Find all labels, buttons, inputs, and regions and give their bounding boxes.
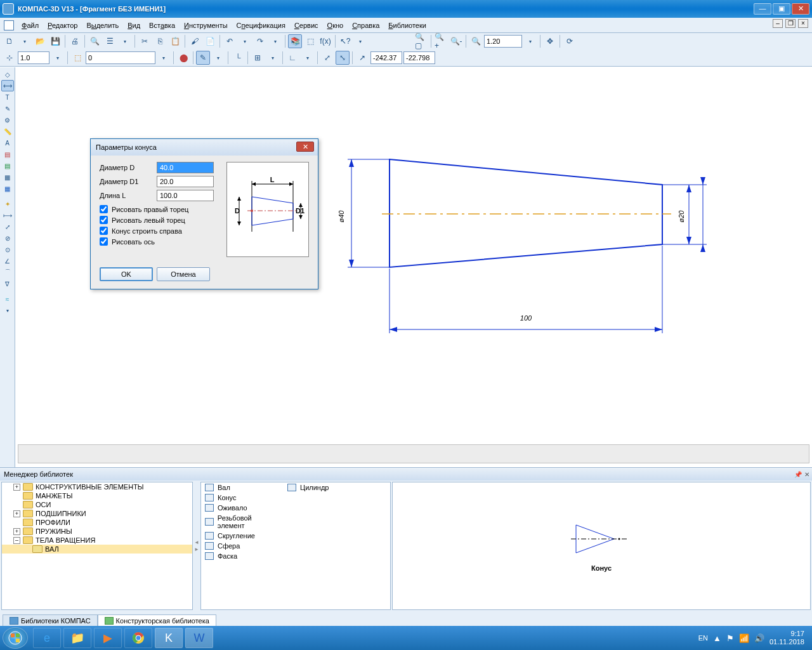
wave-dropdown[interactable] [1, 305, 14, 316]
snap-mode-button[interactable]: ⤡ [336, 51, 350, 65]
libmgr-close[interactable]: ✕ [804, 471, 809, 478]
list-item[interactable]: Резьбовой элемент [201, 513, 284, 531]
expander-icon[interactable]: + [13, 510, 20, 517]
input-diam-d1[interactable] [157, 176, 214, 187]
expander-icon[interactable]: + [13, 484, 20, 491]
mdi-restore[interactable]: ❐ [785, 19, 796, 28]
list-item[interactable]: Фаска [201, 551, 284, 561]
props-dropdown[interactable] [118, 34, 132, 48]
tab-kompas-libs[interactable]: Библиотеки КОМПАС [3, 614, 98, 627]
properties2-button[interactable]: 📄 [203, 34, 217, 48]
new-dropdown[interactable] [18, 34, 32, 48]
tree-item-val[interactable]: ВАЛ [2, 545, 192, 554]
refresh-button[interactable]: ⟳ [563, 34, 577, 48]
diameter-dim-tool[interactable]: ⊘ [1, 232, 14, 244]
list-item[interactable]: Конус [201, 493, 284, 503]
undo-button[interactable]: ↶ [223, 34, 237, 48]
preview-button[interactable]: 🔍 [88, 34, 102, 48]
annotations-tool[interactable]: T [1, 91, 14, 103]
list-item[interactable]: Цилиндр [284, 482, 366, 493]
open-button[interactable]: 📂 [33, 34, 47, 48]
geometry-tool[interactable]: ◇ [1, 69, 14, 80]
menu-insert[interactable]: Вставка [145, 20, 179, 31]
copy-button[interactable]: ⎘ [153, 34, 167, 48]
tray-lang[interactable]: EN [698, 634, 708, 642]
cs-dropdown[interactable] [301, 51, 315, 65]
check-draw-axis[interactable]: Рисовать ось [100, 237, 221, 246]
input-diam-d[interactable] [157, 162, 214, 173]
libmgr-tree[interactable]: +КОНСТРУКТИВНЫЕ ЭЛЕМЕНТЫ МАНЖЕТЫ ОСИ +ПО… [1, 482, 193, 610]
task-word[interactable]: W [185, 628, 213, 648]
layers-button[interactable]: ⬚ [70, 51, 84, 65]
tray-up-icon[interactable]: ▲ [713, 633, 721, 643]
dialog-close-button[interactable]: ✕ [296, 142, 314, 152]
task-kompas[interactable]: K [155, 628, 183, 648]
cut-button[interactable]: ✂ [138, 34, 152, 48]
variables-button[interactable]: ⬚ [303, 34, 317, 48]
zoom-out-button[interactable]: 🔍- [449, 34, 463, 48]
library-manager-button[interactable]: 📚 [288, 34, 302, 48]
list-item[interactable]: Скругление [201, 531, 284, 541]
tray-flag-icon[interactable]: ⚑ [726, 633, 734, 643]
libmgr-list[interactable]: Вал Конус Оживало Резьбовой элемент Скру… [200, 482, 391, 610]
mdi-close[interactable]: × [798, 19, 808, 28]
snap-dropdown[interactable] [211, 51, 225, 65]
grid-button[interactable]: ⊞ [251, 51, 265, 65]
help-button[interactable]: ↖? [338, 34, 352, 48]
grid-origin-button[interactable]: ⊹ [3, 51, 16, 65]
coord-y-input[interactable] [403, 51, 435, 64]
libmgr-pin[interactable]: 📌 [794, 471, 802, 478]
new-button[interactable]: 🗋 [3, 34, 16, 48]
scale-dropdown[interactable] [51, 51, 65, 65]
start-button[interactable] [3, 627, 28, 649]
menu-file[interactable]: Файл [18, 20, 43, 31]
select-tool[interactable]: A [1, 137, 14, 149]
save-button[interactable]: 💾 [48, 34, 62, 48]
list-item[interactable]: Вал [201, 482, 284, 493]
scale-input[interactable] [18, 51, 49, 64]
tray-volume-icon[interactable]: 🔊 [754, 633, 764, 643]
copy-props-button[interactable]: 🖌 [188, 34, 202, 48]
check-right-face[interactable]: Рисовать правый торец [100, 205, 221, 213]
task-chrome[interactable] [124, 628, 152, 648]
reports-tool[interactable]: ▤ [1, 160, 14, 171]
mdi-icon[interactable] [4, 20, 14, 30]
menu-help[interactable]: Справка [348, 20, 383, 31]
aligned-dim-tool[interactable]: ⤢ [1, 221, 14, 232]
list-item[interactable]: Оживало [201, 503, 284, 513]
check-build-right[interactable]: Конус строить справа [100, 227, 221, 235]
tray-clock[interactable]: 9:17 01.11.2018 [769, 630, 804, 646]
maximize-button[interactable]: ▣ [773, 3, 790, 15]
views-tool[interactable]: ▦ [1, 183, 14, 194]
redo-button[interactable]: ↷ [253, 34, 267, 48]
edit-tool[interactable]: ✎ [1, 103, 14, 114]
menu-view[interactable]: Вид [124, 20, 144, 31]
menu-tools[interactable]: Инструменты [180, 20, 232, 31]
undo-dropdown[interactable] [238, 34, 252, 48]
zoom-in-button[interactable]: 🔍+ [434, 34, 448, 48]
input-len-l[interactable] [157, 190, 214, 201]
radial-dim-tool[interactable]: ⊙ [1, 244, 14, 255]
menu-service[interactable]: Сервис [291, 20, 322, 31]
snap-round-button[interactable]: ✎ [196, 51, 210, 65]
layer-dropdown[interactable] [157, 51, 171, 65]
print-button[interactable]: 🖨 [68, 34, 82, 48]
task-ie[interactable]: e [33, 628, 61, 648]
local-cs-button[interactable]: ∟ [285, 51, 299, 65]
zoom-window-button[interactable]: 🔍 [469, 34, 483, 48]
check-left-face[interactable]: Рисовать левый торец [100, 216, 221, 224]
mdi-minimize[interactable]: – [773, 19, 783, 28]
params-tool[interactable]: ⚙ [1, 114, 14, 126]
zoom-dropdown[interactable] [523, 34, 537, 48]
paste-button[interactable]: 📋 [168, 34, 182, 48]
redo-dropdown[interactable] [268, 34, 282, 48]
expander-icon[interactable]: + [13, 528, 20, 535]
linear-dim-tool[interactable]: ⟼ [1, 209, 14, 221]
auto-line-tool[interactable]: ✦ [1, 198, 14, 209]
cancel-button[interactable]: Отмена [157, 267, 210, 281]
wave-tool[interactable]: ≈ [1, 293, 14, 305]
tray-network-icon[interactable]: 📶 [739, 633, 749, 643]
spec-tool[interactable]: ▤ [1, 149, 14, 160]
stop-button[interactable]: ⬤ [176, 51, 190, 65]
task-explorer[interactable]: 📁 [63, 628, 91, 648]
